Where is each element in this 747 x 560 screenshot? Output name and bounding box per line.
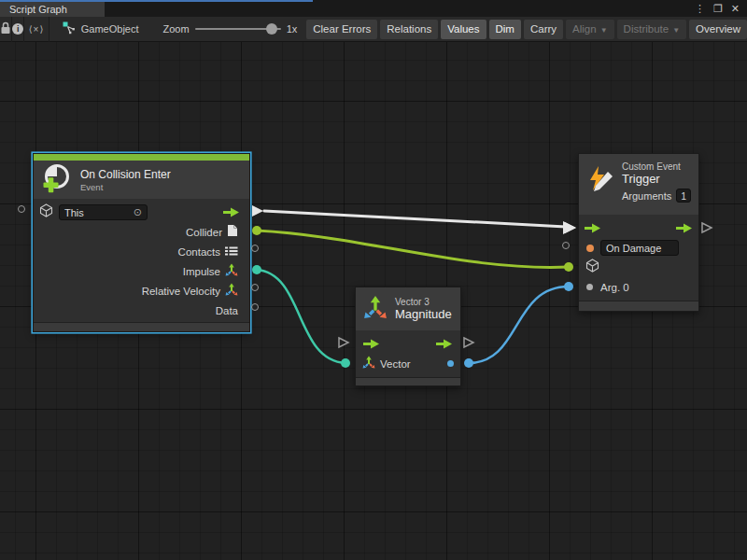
- chevron-down-icon: ▼: [600, 26, 608, 35]
- flow-arrow-icon: [676, 220, 693, 237]
- target-row: This ⊙: [34, 203, 249, 222]
- arg0-input-dot: [586, 284, 593, 290]
- arguments-count-field[interactable]: 1: [676, 189, 691, 203]
- tab-script-graph[interactable]: Script Graph: [0, 2, 105, 17]
- graph-context[interactable]: GameObject: [63, 21, 139, 36]
- wire-magnitude[interactable]: [469, 287, 569, 363]
- node-subtitle: Event: [80, 182, 171, 192]
- event-name-field[interactable]: On Damage: [600, 240, 679, 256]
- graph-icon: [63, 21, 76, 36]
- flow-arrow-icon: [363, 336, 380, 353]
- port-trigger-target-input[interactable]: [564, 262, 573, 272]
- overview-button[interactable]: Overview: [689, 20, 747, 39]
- active-tab-accent: [0, 0, 313, 2]
- string-input-dot: [586, 245, 594, 252]
- object-picker-icon[interactable]: ⊙: [134, 206, 142, 218]
- lock-button[interactable]: [0, 17, 12, 42]
- node-header[interactable]: On Collision Enter Event: [34, 161, 249, 199]
- output-row-impulse: Impulse: [34, 261, 249, 281]
- arguments-label: Arguments: [622, 190, 671, 202]
- context-label: GameObject: [81, 23, 139, 35]
- event-accent-strip: [34, 154, 249, 161]
- graph-canvas[interactable]: On Collision Enter Event This ⊙: [0, 42, 747, 560]
- arg0-row: Arg. 0: [579, 277, 698, 297]
- zoom-slider[interactable]: [195, 28, 281, 30]
- port-this-input[interactable]: [18, 205, 25, 213]
- output-row-contacts: Contacts: [34, 242, 249, 261]
- port-relative-velocity-output[interactable]: [251, 284, 259, 291]
- node-custom-event-trigger[interactable]: Custom Event Trigger Arguments 1: [578, 153, 699, 312]
- node-title: Magnitude: [395, 307, 452, 321]
- node-footer: [579, 301, 698, 311]
- port-magnitude-flow-input[interactable]: [337, 336, 350, 349]
- output-row-data: Data: [34, 301, 249, 320]
- port-magnitude-output[interactable]: [464, 358, 473, 368]
- flow-row: [356, 334, 460, 354]
- node-header[interactable]: Vector 3 Magnitude: [356, 287, 460, 330]
- node-category: Custom Event: [622, 161, 691, 172]
- list-icon: [225, 244, 238, 260]
- cube-icon: [39, 203, 53, 221]
- port-collider-output[interactable]: [252, 226, 261, 235]
- output-row-relative-velocity: Relative Velocity: [34, 281, 249, 301]
- custom-event-icon: [586, 165, 614, 197]
- event-name-row: On Damage: [579, 238, 698, 258]
- flow-row: [579, 218, 698, 238]
- code-icon: ⟨×⟩: [29, 24, 45, 35]
- port-arg0-input[interactable]: [564, 282, 573, 291]
- port-trigger-flow-input[interactable]: [564, 221, 577, 234]
- info-button[interactable]: i: [12, 17, 24, 42]
- zoom-value: 1x: [287, 23, 298, 35]
- flow-arrow-icon: [223, 204, 240, 221]
- window-menu-icon[interactable]: ⋮: [695, 3, 705, 15]
- info-icon: i: [12, 23, 23, 35]
- script-graph-window: Script Graph ⋮ ❐ ✕ i ⟨×⟩ GameObject Zoom: [0, 0, 747, 560]
- vector-input-row: Vector: [356, 354, 460, 373]
- port-event-name-input[interactable]: [562, 242, 570, 249]
- flow-arrow-icon: [585, 220, 601, 237]
- values-button[interactable]: Values: [441, 20, 486, 39]
- float-output-dot: [447, 360, 454, 367]
- target-field[interactable]: This ⊙: [59, 204, 148, 220]
- vector3-icon: [225, 263, 238, 280]
- port-magnitude-flow-output[interactable]: [462, 336, 475, 349]
- vector3-icon: [362, 356, 375, 372]
- port-data-output[interactable]: [251, 303, 259, 311]
- event-add-icon: [41, 162, 73, 198]
- port-flow-output[interactable]: [251, 204, 264, 217]
- port-contacts-output[interactable]: [251, 245, 259, 252]
- lock-icon: [0, 21, 11, 36]
- target-row: [579, 258, 698, 277]
- close-icon[interactable]: ✕: [731, 3, 740, 15]
- node-footer: [356, 377, 460, 385]
- node-header[interactable]: Custom Event Trigger Arguments 1: [579, 154, 698, 215]
- align-button[interactable]: Align▼: [566, 20, 614, 39]
- port-vector-input[interactable]: [341, 358, 350, 368]
- chevron-down-icon: ▼: [672, 26, 680, 35]
- vector3-icon: [225, 283, 238, 300]
- cube-icon: [585, 259, 599, 276]
- carry-button[interactable]: Carry: [524, 20, 563, 39]
- wire-impulse[interactable]: [257, 270, 345, 363]
- port-impulse-output[interactable]: [252, 265, 261, 274]
- toolbar: i ⟨×⟩ GameObject Zoom 1x Clear Errors Re…: [0, 17, 747, 42]
- port-trigger-flow-output[interactable]: [700, 221, 713, 234]
- node-title: On Collision Enter: [80, 168, 171, 181]
- node-on-collision-enter[interactable]: On Collision Enter Event This ⊙: [33, 153, 250, 332]
- edit-graph-button[interactable]: ⟨×⟩: [24, 17, 49, 42]
- dim-button[interactable]: Dim: [489, 20, 521, 39]
- titlebar: Script Graph ⋮ ❐ ✕: [0, 0, 747, 17]
- wire-collider[interactable]: [257, 231, 569, 267]
- node-footer: [34, 322, 249, 331]
- clear-errors-button[interactable]: Clear Errors: [306, 20, 377, 39]
- relations-button[interactable]: Relations: [380, 20, 438, 39]
- flow-arrow-icon: [436, 336, 453, 353]
- zoom-slider-handle[interactable]: [266, 23, 277, 35]
- collider-doc-icon: [227, 224, 238, 241]
- node-title: Trigger: [622, 172, 691, 186]
- node-magnitude[interactable]: Vector 3 Magnitude: [355, 287, 461, 386]
- maximize-icon[interactable]: ❐: [713, 3, 723, 15]
- wire-flow[interactable]: [264, 211, 566, 227]
- node-category: Vector 3: [395, 297, 452, 307]
- distribute-button[interactable]: Distribute▼: [617, 20, 687, 39]
